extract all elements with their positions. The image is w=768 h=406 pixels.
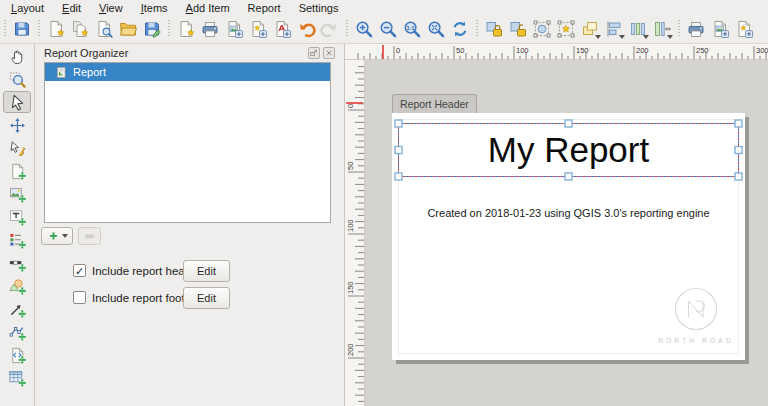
toolbar-handle[interactable] [677, 20, 682, 38]
export-svg-button[interactable] [246, 17, 270, 41]
add-section-button[interactable] [41, 227, 73, 245]
tree-item-report[interactable]: Report [45, 63, 330, 81]
add-picture-tool-button[interactable] [3, 183, 31, 205]
edit-header-button[interactable]: Edit [183, 260, 230, 282]
resize-items-button[interactable] [650, 17, 674, 41]
move-content-icon [8, 116, 27, 135]
print-button[interactable] [198, 17, 222, 41]
distribute-items-button[interactable] [626, 17, 650, 41]
save-icon [12, 19, 32, 39]
ruler-top: 050100150200250300 [345, 44, 768, 60]
group-items-button[interactable] [530, 17, 554, 41]
canvas-area[interactable]: Report Header My Rep [365, 60, 768, 406]
ungroup-icon [556, 19, 576, 39]
logo-text: NORTH ROAD [626, 337, 766, 344]
add-html-tool-button[interactable] [3, 344, 31, 366]
report-item-icon [55, 66, 68, 79]
new-layout-button[interactable] [44, 17, 68, 41]
menu-view[interactable]: View [90, 0, 132, 15]
menu-edit[interactable]: Edit [53, 0, 90, 15]
edit-nodes-item-tool-button[interactable] [3, 137, 31, 159]
open-button[interactable] [116, 17, 140, 41]
lock-icon [484, 19, 504, 39]
zoom-actual-button[interactable]: 1:1 [400, 17, 424, 41]
menu-report[interactable]: Report [239, 0, 290, 15]
align-items-button[interactable] [602, 17, 626, 41]
move-item-content-tool-button[interactable] [3, 114, 31, 136]
panel-close-button[interactable] [323, 47, 335, 59]
title-label-item[interactable]: My Report [398, 123, 739, 177]
toolbar-handle[interactable] [345, 20, 350, 38]
export-pdf-icon [272, 19, 292, 39]
add-arrow-icon [8, 300, 27, 319]
add-scalebar-tool-button[interactable] [3, 252, 31, 274]
report-page[interactable]: My Report Created on 2018-01-23 using QG… [392, 113, 745, 360]
toolbar-handle[interactable] [167, 20, 172, 38]
menu-items[interactable]: Items [132, 0, 177, 15]
layout-manager-button[interactable] [92, 17, 116, 41]
page-tab: Report Header [392, 94, 477, 113]
pan-tool-button[interactable] [3, 45, 31, 67]
main-area: Report Organizer Report ✓Include report … [0, 44, 768, 406]
save-button[interactable] [10, 17, 34, 41]
remove-section-button [78, 227, 101, 245]
add-node-item-tool-button[interactable] [3, 321, 31, 343]
add-shape-tool-button[interactable] [3, 275, 31, 297]
select-move-item-tool-button[interactable] [3, 91, 31, 113]
export-image-button[interactable] [222, 17, 246, 41]
zoom-in-button[interactable] [352, 17, 376, 41]
dropdown-caret-icon [595, 35, 601, 39]
toolbar-handle[interactable] [37, 20, 42, 38]
panel-float-button[interactable] [308, 47, 320, 59]
redo-button [318, 17, 342, 41]
menu-bar: LayoutEditViewItemsAdd ItemReportSetting… [0, 0, 768, 15]
export-report-image-button[interactable] [708, 17, 732, 41]
unlock-items-button[interactable] [506, 17, 530, 41]
zoom-out-button[interactable] [376, 17, 400, 41]
undo-button[interactable] [294, 17, 318, 41]
zoom-actual-icon: 1:1 [402, 19, 422, 39]
layout-canvas: 050100150200250300 050100150200 Report H… [345, 44, 768, 406]
zoom-out-icon [378, 19, 398, 39]
ungroup-items-button[interactable] [554, 17, 578, 41]
toolbar-left [0, 44, 35, 406]
report-tree[interactable]: Report [44, 62, 331, 223]
zoom-full-button[interactable] [424, 17, 448, 41]
save-edit-icon [142, 19, 162, 39]
menu-layout[interactable]: Layout [2, 0, 53, 15]
print-report-button[interactable] [684, 17, 708, 41]
add-page-tool-button[interactable] [3, 160, 31, 182]
raise-items-button[interactable] [578, 17, 602, 41]
save-as-template-button[interactable] [174, 17, 198, 41]
export-pdf-button[interactable] [270, 17, 294, 41]
dropdown-caret-icon [619, 35, 625, 39]
subtitle-label-item[interactable]: Created on 2018-01-23 using QGIS 3.0's r… [392, 207, 745, 219]
export-image-icon [224, 19, 244, 39]
menu-settings[interactable]: Settings [290, 0, 348, 15]
toolbar-handle[interactable] [475, 20, 480, 38]
svg-text:200: 200 [346, 343, 355, 356]
refresh-button[interactable] [448, 17, 472, 41]
add-label-tool-button[interactable] [3, 206, 31, 228]
lock-items-button[interactable] [482, 17, 506, 41]
toolbar-handle[interactable] [3, 20, 8, 38]
toolbar-group [0, 17, 34, 41]
menu-add-item[interactable]: Add Item [177, 0, 239, 15]
include-report-footer-checkbox[interactable] [73, 291, 86, 304]
remove-bar-icon [83, 230, 96, 243]
include-report-header-checkbox[interactable]: ✓ [73, 264, 86, 277]
edit-footer-button[interactable]: Edit [183, 287, 230, 309]
zoom-tool-button[interactable] [3, 68, 31, 90]
add-attribute-table-tool-button[interactable] [3, 367, 31, 389]
duplicate-layout-button[interactable] [68, 17, 92, 41]
dropdown-caret-icon [643, 35, 649, 39]
ruler-left: 050100150200 [345, 60, 365, 406]
svg-text:0: 0 [346, 104, 355, 108]
export-report-svg-button[interactable] [732, 17, 756, 41]
add-legend-tool-button[interactable] [3, 229, 31, 251]
add-scalebar-icon [8, 254, 27, 273]
page-star-icon [46, 19, 66, 39]
add-arrow-tool-button[interactable] [3, 298, 31, 320]
zoom-region-icon [8, 70, 27, 89]
save-as-button[interactable] [140, 17, 164, 41]
